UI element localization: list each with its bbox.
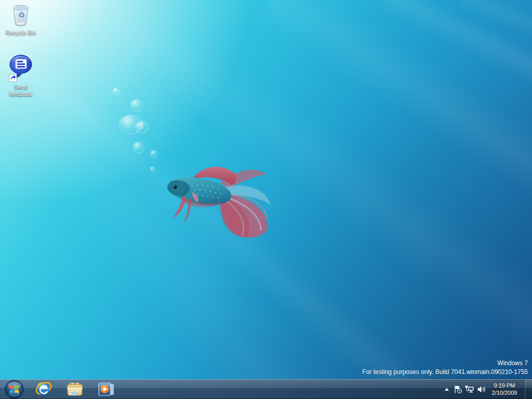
light-ray <box>30 0 532 399</box>
action-center-button[interactable] <box>453 379 463 399</box>
desktop-icon-recycle-bin[interactable]: ♻ Recycle Bin <box>1 3 41 36</box>
taskbar-clock[interactable]: 9:19 PM 2/10/2009 <box>488 382 524 396</box>
betta-fish-wallpaper <box>165 161 273 243</box>
light-ray <box>458 0 532 398</box>
recycle-bin-label: Recycle Bin <box>6 30 36 36</box>
network-status-button[interactable] <box>463 379 475 399</box>
clock-time: 9:19 PM <box>488 382 521 389</box>
send-feedback-icon <box>8 54 34 83</box>
light-ray <box>0 0 532 399</box>
taskbar-button-windows-media-player[interactable] <box>90 379 122 399</box>
windows-explorer-icon <box>66 381 84 397</box>
windows-media-player-icon <box>98 381 115 397</box>
desktop: ♻ Recycle Bin Send fe <box>0 0 532 399</box>
bubble <box>133 142 144 153</box>
light-ray <box>257 0 532 399</box>
bubble <box>150 150 158 158</box>
volume-button[interactable] <box>475 379 488 399</box>
chevron-up-icon <box>444 387 449 391</box>
desktop-icon-send-feedback[interactable]: Send feedback <box>1 54 41 98</box>
send-feedback-label: Send feedback <box>4 84 38 98</box>
internet-explorer-icon <box>35 381 52 397</box>
windows-start-orb-icon <box>5 380 24 399</box>
clock-date: 2/10/2009 <box>488 389 521 396</box>
bubble <box>113 88 120 95</box>
start-button[interactable] <box>0 379 28 399</box>
bubble <box>130 99 143 112</box>
watermark-line1: Windows 7 <box>362 359 528 368</box>
action-center-flag-icon <box>454 385 462 394</box>
recycle-bin-icon: ♻ <box>8 3 33 28</box>
network-icon <box>464 385 474 393</box>
light-ray <box>0 0 532 399</box>
betta-fish-illustration <box>165 161 273 243</box>
shortcut-arrow-overlay <box>9 74 17 82</box>
show-desktop-button[interactable] <box>524 379 532 399</box>
bubble <box>119 115 143 135</box>
show-hidden-icons-button[interactable] <box>441 379 453 399</box>
taskbar-button-internet-explorer[interactable] <box>28 379 59 399</box>
speaker-icon <box>477 385 486 393</box>
system-tray: 9:19 PM 2/10/2009 <box>441 379 532 399</box>
recycle-symbol: ♻ <box>18 10 25 19</box>
watermark-line2: For testing purposes only. Build 7041.wi… <box>362 368 528 377</box>
taskbar-button-windows-explorer[interactable] <box>59 379 90 399</box>
build-watermark: Windows 7 For testing purposes only. Bui… <box>362 359 528 377</box>
light-ray <box>379 0 532 399</box>
bubble <box>135 121 149 134</box>
bubble <box>150 167 155 171</box>
taskbar: 9:19 PM 2/10/2009 <box>0 379 532 399</box>
